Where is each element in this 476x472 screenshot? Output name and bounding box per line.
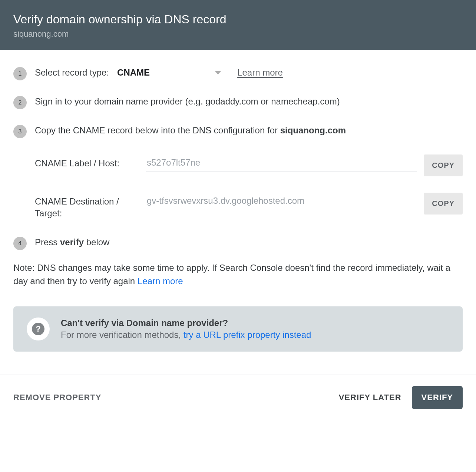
step-1: 1 Select record type: CNAME Learn more: [13, 66, 463, 80]
help-sub-text: For more verification methods,: [61, 330, 184, 340]
help-subtitle: For more verification methods, try a URL…: [61, 330, 311, 340]
step-number: 3: [13, 125, 27, 138]
copy-destination-button[interactable]: COPY: [424, 193, 463, 215]
step-4-bold: verify: [60, 237, 84, 247]
dialog-content: 1 Select record type: CNAME Learn more 2…: [0, 50, 476, 360]
step-4-suffix: below: [84, 237, 109, 247]
cname-label-host-input[interactable]: [146, 154, 417, 172]
cannot-verify-card: ? Can't verify via Domain name provider?…: [13, 306, 463, 352]
copy-label-host-button[interactable]: COPY: [424, 154, 463, 176]
remove-property-button[interactable]: REMOVE PROPERTY: [13, 393, 101, 402]
record-type-label: Select record type:: [35, 66, 109, 79]
cname-destination-row: CNAME Destination / Target: COPY: [35, 193, 463, 220]
verify-button[interactable]: VERIFY: [412, 386, 463, 409]
learn-more-dns-link[interactable]: Learn more: [138, 276, 183, 286]
cname-destination-label: CNAME Destination / Target:: [35, 193, 146, 220]
step-3-prefix: Copy the CNAME record below into the DNS…: [35, 125, 280, 135]
step-2-text: Sign in to your domain name provider (e.…: [35, 95, 463, 108]
dns-note-text: Note: DNS changes may take some time to …: [13, 263, 450, 286]
step-4: 4 Press verify below: [13, 236, 463, 250]
step-number: 1: [13, 67, 27, 80]
help-icon: ?: [32, 323, 44, 335]
dns-note: Note: DNS changes may take some time to …: [13, 261, 463, 288]
chevron-down-icon: [215, 71, 221, 74]
step-3: 3 Copy the CNAME record below into the D…: [13, 124, 463, 138]
url-prefix-property-link[interactable]: try a URL prefix property instead: [184, 330, 311, 340]
cname-label-row: CNAME Label / Host: COPY: [35, 154, 463, 176]
help-icon-wrap: ?: [27, 318, 50, 340]
learn-more-record-type-link[interactable]: Learn more: [237, 66, 283, 79]
step-2: 2 Sign in to your domain name provider (…: [13, 95, 463, 109]
step-4-prefix: Press: [35, 237, 60, 247]
step-number: 2: [13, 96, 27, 109]
cname-fields: CNAME Label / Host: COPY CNAME Destinati…: [35, 154, 463, 220]
verify-later-button[interactable]: VERIFY LATER: [339, 393, 401, 402]
step-4-text: Press verify below: [35, 236, 463, 249]
step-number: 4: [13, 237, 27, 250]
dialog-footer: REMOVE PROPERTY VERIFY LATER VERIFY: [0, 375, 476, 426]
dialog-header: Verify domain ownership via DNS record s…: [0, 0, 476, 50]
domain-subtitle: siquanong.com: [13, 29, 463, 39]
step-3-text: Copy the CNAME record below into the DNS…: [35, 124, 463, 137]
help-title: Can't verify via Domain name provider?: [61, 318, 311, 328]
cname-label-host-label: CNAME Label / Host:: [35, 154, 146, 169]
dialog-title: Verify domain ownership via DNS record: [13, 13, 463, 26]
cname-destination-input[interactable]: [146, 193, 417, 210]
step-3-domain: siquanong.com: [280, 125, 346, 135]
record-type-selected: CNAME: [117, 66, 150, 79]
record-type-select[interactable]: CNAME: [117, 66, 221, 79]
